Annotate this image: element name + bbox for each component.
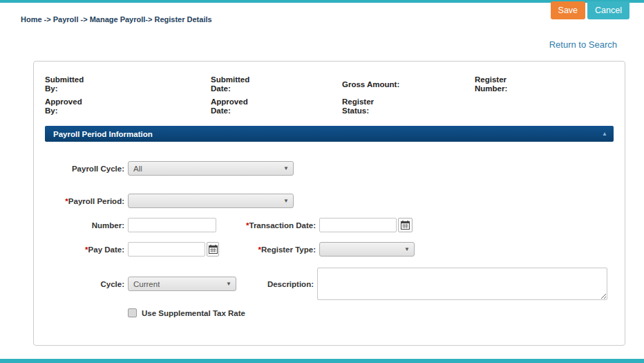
submitted-by-label: Submitted By: xyxy=(45,75,93,93)
cycle-value: Current xyxy=(133,280,160,288)
payroll-cycle-value: All xyxy=(133,165,142,173)
payroll-cycle-select[interactable]: All ▼ xyxy=(128,161,294,176)
payroll-period-select[interactable]: ▼ xyxy=(128,194,294,208)
payroll-cycle-row: Payroll Cycle: All ▼ xyxy=(45,161,614,176)
register-status-label: Register Status: xyxy=(342,97,385,115)
submitted-date-label: Submitted Date: xyxy=(211,75,259,93)
register-details-panel: Submitted By: Submitted Date: Gross Amou… xyxy=(33,61,625,346)
transaction-date-calendar-button[interactable] xyxy=(398,218,413,232)
use-supplemental-tax-label: Use Supplemental Tax Rate xyxy=(142,309,245,317)
calendar-icon xyxy=(401,221,410,230)
pay-date-input[interactable] xyxy=(128,242,205,257)
save-button[interactable]: Save xyxy=(551,1,586,19)
number-input[interactable] xyxy=(128,218,216,232)
supplemental-tax-row: Use Supplemental Tax Rate xyxy=(128,308,614,317)
gross-amount-label: Gross Amount: xyxy=(342,75,418,93)
description-label: Description: xyxy=(236,280,314,288)
payroll-period-label: *Payroll Period: xyxy=(45,197,124,205)
approved-date-label: Approved Date: xyxy=(211,97,259,115)
pay-date-label: *Pay Date: xyxy=(45,245,124,254)
payroll-period-section-header[interactable]: Payroll Period Information ▲ xyxy=(45,126,614,142)
number-label: Number: xyxy=(45,221,124,230)
calendar-icon xyxy=(209,245,218,254)
number-field-group xyxy=(128,218,219,232)
collapse-icon[interactable]: ▲ xyxy=(602,131,607,137)
breadcrumb[interactable]: Home -> Payroll -> Manage Payroll-> Regi… xyxy=(21,15,212,24)
action-buttons: Save Cancel xyxy=(551,1,629,19)
use-supplemental-tax-checkbox[interactable] xyxy=(128,308,137,317)
section-title: Payroll Period Information xyxy=(53,130,153,138)
transaction-date-group xyxy=(319,218,413,232)
summary-spacer xyxy=(475,97,614,115)
cancel-button[interactable]: Cancel xyxy=(587,1,629,19)
cycle-select[interactable]: Current ▼ xyxy=(128,277,236,291)
transaction-date-label: *Transaction Date: xyxy=(219,221,316,230)
cycle-description-row: Cycle: Current ▼ Description: xyxy=(45,268,614,300)
register-details-page: Home -> Payroll -> Manage Payroll-> Regi… xyxy=(0,0,644,363)
pay-date-group xyxy=(128,242,219,257)
description-textarea[interactable] xyxy=(317,268,607,300)
register-type-select[interactable]: ▼ xyxy=(319,242,415,257)
register-summary: Submitted By: Submitted Date: Gross Amou… xyxy=(45,75,614,115)
transaction-date-input[interactable] xyxy=(319,218,397,232)
register-type-label: *Register Type: xyxy=(219,245,316,254)
approved-by-label: Approved By: xyxy=(45,97,93,115)
paydate-registertype-row: *Pay Date: xyxy=(45,242,614,257)
register-number-label: Register Number: xyxy=(475,75,518,93)
payroll-period-form: Payroll Cycle: All ▼ *Payroll Period: ▼ … xyxy=(45,142,614,317)
payroll-period-row: *Payroll Period: ▼ xyxy=(45,194,614,208)
pay-date-calendar-button[interactable] xyxy=(207,242,219,257)
chevron-down-icon: ▼ xyxy=(283,165,289,171)
payroll-cycle-label: Payroll Cycle: xyxy=(45,165,124,173)
chevron-down-icon: ▼ xyxy=(226,281,231,287)
chevron-down-icon: ▼ xyxy=(404,246,410,252)
cycle-label: Cycle: xyxy=(45,280,124,288)
top-accent-bar xyxy=(0,0,644,3)
chevron-down-icon: ▼ xyxy=(283,198,289,204)
bottom-accent-bar xyxy=(0,359,644,363)
return-to-search-link[interactable]: Return to Search xyxy=(549,39,617,50)
number-transaction-row: Number: *Transaction Date: xyxy=(45,218,614,232)
